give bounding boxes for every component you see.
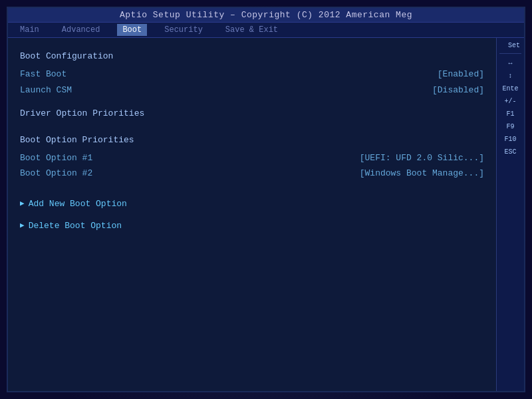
boot-option-2-value: [Windows Boot Manage...] xyxy=(360,166,484,181)
title-text: Aptio Setup Utility – Copyright (C) 2012… xyxy=(120,10,412,20)
key-plusminus: +/- xyxy=(499,96,521,107)
right-panel: Set ↔ ↕ Ente +/- F1 F9 F10 ESC xyxy=(496,38,524,391)
menu-item-save-exit[interactable]: Save & Exit xyxy=(220,24,283,36)
key-esc: ESC xyxy=(499,146,521,158)
delete-boot-label: Delete Boot Option xyxy=(29,218,122,233)
key-f10: F10 xyxy=(499,134,521,145)
main-content: Boot Configuration Fast Boot [Enabled] L… xyxy=(8,38,524,391)
menu-bar: Main Advanced Boot Security Save & Exit xyxy=(8,23,524,38)
key-updown: ↕ xyxy=(499,70,521,82)
title-bar: Aptio Setup Utility – Copyright (C) 2012… xyxy=(8,8,524,23)
launch-csm-label: Launch CSM xyxy=(20,82,72,98)
add-boot-option[interactable]: ▶ Add New Boot Option xyxy=(20,196,484,211)
delete-boot-option[interactable]: ▶ Delete Boot Option xyxy=(20,218,484,233)
key-f1: F1 xyxy=(499,108,521,120)
key-enter: Ente xyxy=(499,83,521,94)
boot-option-1-label: Boot Option #1 xyxy=(20,150,92,166)
bios-screen: Aptio Setup Utility – Copyright (C) 2012… xyxy=(7,7,525,392)
fast-boot-value: [Enabled] xyxy=(438,66,484,82)
key-f9: F9 xyxy=(499,121,521,132)
boot-option-2-row[interactable]: Boot Option #2 [Windows Boot Manage...] xyxy=(20,166,484,181)
key-leftright: ↔ xyxy=(499,58,521,69)
boot-option-1-value: [UEFI: UFD 2.0 Silic...] xyxy=(360,150,484,166)
right-top-label: Set xyxy=(499,42,521,49)
fast-boot-label: Fast Boot xyxy=(20,66,66,82)
delete-boot-arrow-icon: ▶ xyxy=(20,219,25,233)
boot-priorities-title: Boot Option Priorities xyxy=(20,132,484,148)
driver-options-title: Driver Option Priorities xyxy=(20,106,484,121)
menu-item-security[interactable]: Security xyxy=(159,24,208,36)
menu-item-main[interactable]: Main xyxy=(15,24,45,36)
launch-csm-value: [Disabled] xyxy=(432,82,484,98)
menu-item-boot[interactable]: Boot xyxy=(117,24,147,36)
launch-csm-row[interactable]: Launch CSM [Disabled] xyxy=(20,82,484,98)
add-boot-arrow-icon: ▶ xyxy=(20,198,25,211)
boot-option-1-row[interactable]: Boot Option #1 [UEFI: UFD 2.0 Silic...] xyxy=(20,150,484,166)
boot-config-title: Boot Configuration xyxy=(20,49,484,64)
left-panel: Boot Configuration Fast Boot [Enabled] L… xyxy=(8,38,496,391)
menu-item-advanced[interactable]: Advanced xyxy=(57,24,106,36)
boot-option-2-label: Boot Option #2 xyxy=(20,166,92,181)
add-boot-label: Add New Boot Option xyxy=(29,196,127,211)
fast-boot-row[interactable]: Fast Boot [Enabled] xyxy=(20,66,484,82)
